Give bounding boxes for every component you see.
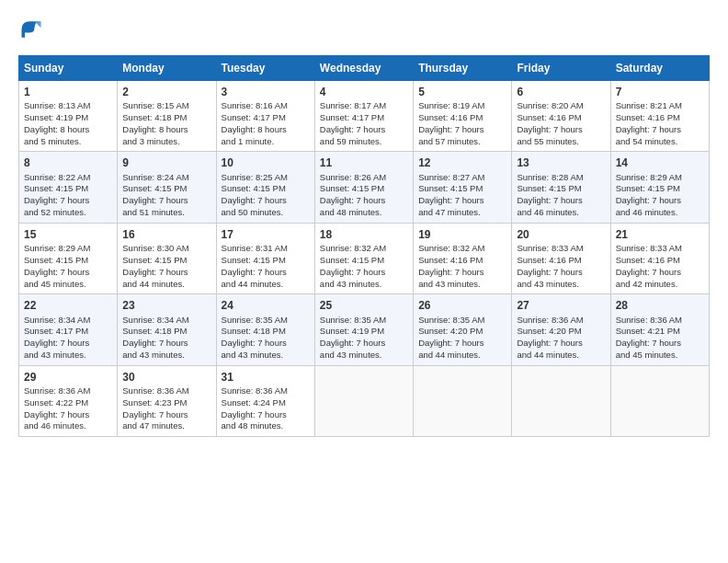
day-number: 9 bbox=[122, 155, 210, 170]
calendar-cell: 29Sunrise: 8:36 AMSunset: 4:22 PMDayligh… bbox=[19, 365, 118, 436]
calendar-cell bbox=[314, 365, 413, 436]
calendar-cell: 10Sunrise: 8:25 AMSunset: 4:15 PMDayligh… bbox=[216, 152, 314, 223]
day-number: 18 bbox=[320, 227, 408, 242]
calendar-cell: 30Sunrise: 8:36 AMSunset: 4:23 PMDayligh… bbox=[118, 365, 216, 436]
week-row-5: 29Sunrise: 8:36 AMSunset: 4:22 PMDayligh… bbox=[19, 365, 710, 436]
logo-icon bbox=[18, 17, 44, 42]
calendar-cell: 15Sunrise: 8:29 AMSunset: 4:15 PMDayligh… bbox=[19, 223, 118, 293]
calendar-cell: 27Sunrise: 8:36 AMSunset: 4:20 PMDayligh… bbox=[512, 294, 610, 365]
day-number: 7 bbox=[616, 85, 704, 99]
calendar-cell: 6Sunrise: 8:20 AMSunset: 4:16 PMDaylight… bbox=[512, 81, 610, 152]
day-number: 29 bbox=[24, 370, 112, 385]
week-row-3: 15Sunrise: 8:29 AMSunset: 4:15 PMDayligh… bbox=[19, 223, 710, 293]
day-number: 2 bbox=[122, 85, 210, 99]
day-number: 25 bbox=[320, 298, 408, 313]
calendar-cell: 17Sunrise: 8:31 AMSunset: 4:15 PMDayligh… bbox=[216, 223, 314, 293]
day-number: 8 bbox=[24, 155, 112, 170]
day-number: 13 bbox=[517, 155, 605, 170]
calendar-cell: 28Sunrise: 8:36 AMSunset: 4:21 PMDayligh… bbox=[610, 294, 709, 365]
day-number: 20 bbox=[517, 227, 605, 242]
day-number: 10 bbox=[222, 155, 310, 170]
calendar-cell: 19Sunrise: 8:32 AMSunset: 4:16 PMDayligh… bbox=[414, 223, 512, 293]
day-number: 4 bbox=[320, 85, 408, 99]
col-header-thursday: Thursday bbox=[414, 56, 512, 81]
calendar-cell: 24Sunrise: 8:35 AMSunset: 4:18 PMDayligh… bbox=[216, 294, 314, 365]
calendar-cell: 20Sunrise: 8:33 AMSunset: 4:16 PMDayligh… bbox=[512, 223, 610, 293]
week-row-4: 22Sunrise: 8:34 AMSunset: 4:17 PMDayligh… bbox=[19, 294, 710, 365]
calendar-cell: 5Sunrise: 8:19 AMSunset: 4:16 PMDaylight… bbox=[414, 81, 512, 152]
calendar-cell: 22Sunrise: 8:34 AMSunset: 4:17 PMDayligh… bbox=[19, 294, 118, 365]
day-number: 30 bbox=[122, 370, 210, 385]
col-header-tuesday: Tuesday bbox=[216, 56, 314, 81]
week-row-2: 8Sunrise: 8:22 AMSunset: 4:15 PMDaylight… bbox=[19, 152, 710, 223]
day-number: 31 bbox=[222, 370, 310, 385]
calendar-cell: 4Sunrise: 8:17 AMSunset: 4:17 PMDaylight… bbox=[314, 81, 413, 152]
day-number: 21 bbox=[616, 227, 704, 242]
calendar-cell: 18Sunrise: 8:32 AMSunset: 4:15 PMDayligh… bbox=[314, 223, 413, 293]
col-header-monday: Monday bbox=[118, 56, 216, 81]
logo bbox=[18, 17, 48, 42]
page-container: SundayMondayTuesdayWednesdayThursdayFrid… bbox=[0, 0, 728, 448]
calendar-cell: 7Sunrise: 8:21 AMSunset: 4:16 PMDaylight… bbox=[610, 81, 709, 152]
day-number: 17 bbox=[222, 227, 310, 242]
day-number: 16 bbox=[122, 227, 210, 242]
day-number: 1 bbox=[24, 85, 112, 99]
day-number: 5 bbox=[418, 85, 506, 99]
calendar-cell: 31Sunrise: 8:36 AMSunset: 4:24 PMDayligh… bbox=[216, 365, 314, 436]
calendar-cell: 16Sunrise: 8:30 AMSunset: 4:15 PMDayligh… bbox=[118, 223, 216, 293]
day-number: 14 bbox=[616, 155, 704, 170]
calendar-cell: 26Sunrise: 8:35 AMSunset: 4:20 PMDayligh… bbox=[414, 294, 512, 365]
day-number: 11 bbox=[320, 155, 408, 170]
calendar-cell: 14Sunrise: 8:29 AMSunset: 4:15 PMDayligh… bbox=[610, 152, 709, 223]
calendar-cell: 8Sunrise: 8:22 AMSunset: 4:15 PMDaylight… bbox=[19, 152, 118, 223]
header-row: SundayMondayTuesdayWednesdayThursdayFrid… bbox=[19, 56, 710, 81]
calendar-cell: 3Sunrise: 8:16 AMSunset: 4:17 PMDaylight… bbox=[216, 81, 314, 152]
day-number: 23 bbox=[122, 298, 210, 313]
day-number: 28 bbox=[616, 298, 704, 313]
calendar-table: SundayMondayTuesdayWednesdayThursdayFrid… bbox=[18, 55, 710, 437]
day-number: 6 bbox=[517, 85, 605, 99]
calendar-cell: 9Sunrise: 8:24 AMSunset: 4:15 PMDaylight… bbox=[118, 152, 216, 223]
calendar-cell: 21Sunrise: 8:33 AMSunset: 4:16 PMDayligh… bbox=[610, 223, 709, 293]
calendar-cell: 23Sunrise: 8:34 AMSunset: 4:18 PMDayligh… bbox=[118, 294, 216, 365]
col-header-friday: Friday bbox=[512, 56, 610, 81]
col-header-wednesday: Wednesday bbox=[314, 56, 413, 81]
day-number: 19 bbox=[418, 227, 506, 242]
calendar-cell: 1Sunrise: 8:13 AMSunset: 4:19 PMDaylight… bbox=[19, 81, 118, 152]
calendar-cell: 2Sunrise: 8:15 AMSunset: 4:18 PMDaylight… bbox=[118, 81, 216, 152]
day-number: 12 bbox=[418, 155, 506, 170]
calendar-cell bbox=[610, 365, 709, 436]
calendar-cell: 25Sunrise: 8:35 AMSunset: 4:19 PMDayligh… bbox=[314, 294, 413, 365]
col-header-sunday: Sunday bbox=[19, 56, 118, 81]
col-header-saturday: Saturday bbox=[610, 56, 709, 81]
day-number: 26 bbox=[418, 298, 506, 313]
day-number: 3 bbox=[222, 85, 310, 99]
calendar-cell bbox=[512, 365, 610, 436]
day-number: 15 bbox=[24, 227, 112, 242]
calendar-cell bbox=[414, 365, 512, 436]
calendar-cell: 11Sunrise: 8:26 AMSunset: 4:15 PMDayligh… bbox=[314, 152, 413, 223]
calendar-cell: 13Sunrise: 8:28 AMSunset: 4:15 PMDayligh… bbox=[512, 152, 610, 223]
week-row-1: 1Sunrise: 8:13 AMSunset: 4:19 PMDaylight… bbox=[19, 81, 710, 152]
day-number: 24 bbox=[222, 298, 310, 313]
day-number: 22 bbox=[24, 298, 112, 313]
calendar-cell: 12Sunrise: 8:27 AMSunset: 4:15 PMDayligh… bbox=[414, 152, 512, 223]
day-number: 27 bbox=[517, 298, 605, 313]
header bbox=[18, 17, 710, 42]
